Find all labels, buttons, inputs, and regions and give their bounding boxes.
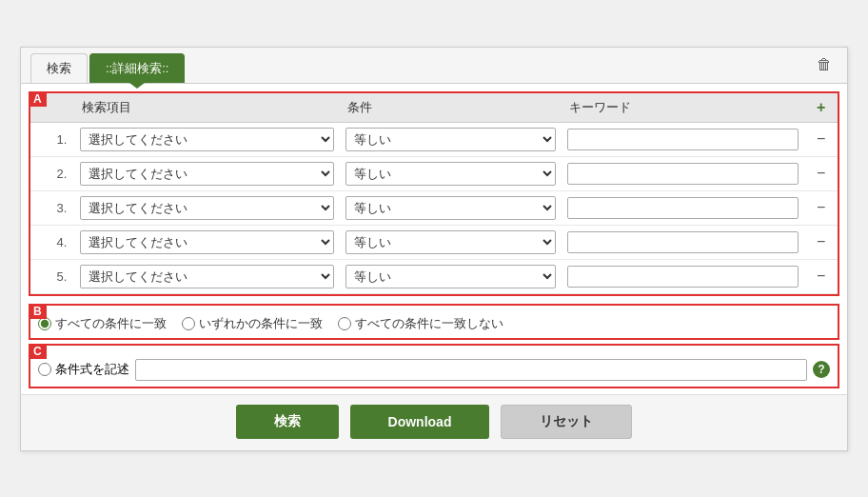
search-cond-cell: 等しい等しくない含む含まないより大きいより小さい <box>340 122 561 156</box>
keyword-input-4[interactable] <box>567 231 799 253</box>
row-number: 1. <box>30 122 74 156</box>
section-c: C 条件式を記述 ? <box>29 344 839 388</box>
match-radio-any_match[interactable] <box>182 317 195 330</box>
section-a: A 検索項目 条件 キーワード + 1.選択してください等しい等しくない含む含ま… <box>29 91 839 296</box>
search-cond-select-4[interactable]: 等しい等しくない含む含まないより大きいより小さい <box>345 230 555 254</box>
search-table: 検索項目 条件 キーワード + 1.選択してください等しい等しくない含む含まない… <box>30 93 838 294</box>
search-item-cell: 選択してください <box>74 156 340 190</box>
help-icon[interactable]: ? <box>813 361 830 378</box>
col-item-header: 検索項目 <box>74 93 340 123</box>
search-cond-select-5[interactable]: 等しい等しくない含む含まないより大きいより小さい <box>345 265 555 288</box>
match-option-all_match[interactable]: すべての条件に一致 <box>38 315 167 332</box>
remove-row-button[interactable]: − <box>804 156 838 190</box>
row-number: 5. <box>30 259 74 293</box>
search-item-cell: 選択してください <box>74 190 340 225</box>
section-a-label: A <box>29 91 47 107</box>
search-item-cell: 選択してください <box>74 225 340 259</box>
search-item-select-5[interactable]: 選択してください <box>80 265 334 288</box>
search-cond-cell: 等しい等しくない含む含まないより大きいより小さい <box>340 190 561 225</box>
row-number: 2. <box>30 156 74 190</box>
section-b-label: B <box>29 304 47 319</box>
section-c-label: C <box>29 344 47 359</box>
tab-advanced[interactable]: ::詳細検索:: <box>89 53 185 83</box>
table-row: 2.選択してください等しい等しくない含む含まないより大きいより小さい− <box>30 156 838 190</box>
search-item-select-4[interactable]: 選択してください <box>80 230 334 254</box>
match-option-none_match[interactable]: すべての条件に一致しない <box>338 315 503 332</box>
search-item-select-1[interactable]: 選択してください <box>80 128 334 151</box>
row-number: 3. <box>30 190 74 225</box>
col-cond-header: 条件 <box>340 93 561 123</box>
search-button[interactable]: 検索 <box>236 405 339 439</box>
search-item-cell: 選択してください <box>74 122 340 156</box>
remove-row-button[interactable]: − <box>804 225 838 259</box>
add-row-button[interactable]: + <box>804 93 838 123</box>
keyword-input-5[interactable] <box>567 266 799 288</box>
button-row: 検索 Download リセット <box>21 394 847 450</box>
keyword-cell <box>562 259 805 293</box>
section-c-content: 条件式を記述 ? <box>38 355 830 381</box>
table-row: 3.選択してください等しい等しくない含む含まないより大きいより小さい− <box>30 190 838 225</box>
reset-button[interactable]: リセット <box>501 405 632 439</box>
search-item-select-2[interactable]: 選択してください <box>80 162 334 186</box>
match-label-none_match: すべての条件に一致しない <box>355 315 503 332</box>
match-option-any_match[interactable]: いずれかの条件に一致 <box>182 315 323 332</box>
match-label-any_match: いずれかの条件に一致 <box>199 315 323 332</box>
search-cond-cell: 等しい等しくない含む含まないより大きいより小さい <box>340 259 561 293</box>
remove-row-button[interactable]: − <box>804 190 838 225</box>
keyword-cell <box>562 225 805 259</box>
remove-row-button[interactable]: − <box>804 122 838 156</box>
search-cond-select-1[interactable]: 等しい等しくない含む含まないより大きいより小さい <box>345 128 555 151</box>
tabs-row: 検索 ::詳細検索:: 🗑 <box>21 48 847 84</box>
keyword-input-3[interactable] <box>567 197 799 219</box>
condition-expression-radio[interactable] <box>38 363 51 376</box>
row-number: 4. <box>30 225 74 259</box>
table-row: 1.選択してください等しい等しくない含む含まないより大きいより小さい− <box>30 122 838 156</box>
search-item-select-3[interactable]: 選択してください <box>80 196 334 220</box>
match-radio-all_match[interactable] <box>38 317 51 330</box>
search-cond-cell: 等しい等しくない含む含まないより大きいより小さい <box>340 156 561 190</box>
match-label-all_match: すべての条件に一致 <box>55 315 167 332</box>
trash-icon[interactable]: 🗑 <box>809 52 839 77</box>
match-radio-none_match[interactable] <box>338 317 351 330</box>
keyword-cell <box>562 190 805 225</box>
match-condition-group: すべての条件に一致いずれかの条件に一致すべての条件に一致しない <box>38 315 515 332</box>
search-cond-select-3[interactable]: 等しい等しくない含む含まないより大きいより小さい <box>345 196 555 220</box>
keyword-input-1[interactable] <box>567 129 799 150</box>
remove-row-button[interactable]: − <box>804 259 838 293</box>
col-keyword-header: キーワード <box>562 93 805 123</box>
condition-radio-label[interactable]: 条件式を記述 <box>38 361 129 378</box>
section-b: B すべての条件に一致いずれかの条件に一致すべての条件に一致しない <box>29 304 839 340</box>
keyword-cell <box>562 156 805 190</box>
table-row: 5.選択してください等しい等しくない含む含まないより大きいより小さい− <box>30 259 838 293</box>
search-cond-cell: 等しい等しくない含む含まないより大きいより小さい <box>340 225 561 259</box>
tab-search[interactable]: 検索 <box>30 53 88 83</box>
condition-expression-input[interactable] <box>135 359 807 381</box>
table-row: 4.選択してください等しい等しくない含む含まないより大きいより小さい− <box>30 225 838 259</box>
keyword-cell <box>562 122 805 156</box>
search-cond-select-2[interactable]: 等しい等しくない含む含まないより大きいより小さい <box>345 162 555 186</box>
download-button[interactable]: Download <box>350 405 490 439</box>
condition-radio-text: 条件式を記述 <box>55 361 129 378</box>
search-item-cell: 選択してください <box>74 259 340 293</box>
keyword-input-2[interactable] <box>567 163 799 185</box>
